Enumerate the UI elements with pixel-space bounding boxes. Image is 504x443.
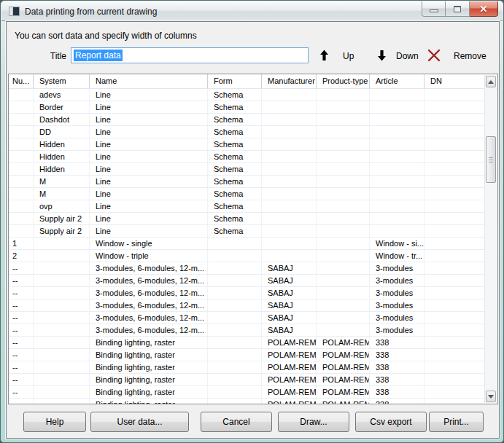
scroll-up-icon: [488, 80, 494, 84]
table-row[interactable]: --Binding lighting, rasterPOLAM-REMPOLAM…: [9, 374, 485, 386]
cell-number: --: [9, 287, 34, 299]
column-header-name[interactable]: Name: [90, 74, 208, 88]
cell-form: Schema: [208, 89, 262, 101]
scroll-up-button[interactable]: [486, 76, 496, 87]
table-row[interactable]: HiddenLineSchema: [9, 151, 485, 163]
cell-article: [370, 151, 424, 162]
cell-manufacturer: [262, 250, 317, 262]
table-row[interactable]: --3-modules, 6-modules, 12-m...SABAJ3-mo…: [9, 299, 485, 312]
cell-number: [9, 176, 34, 187]
column-header-number[interactable]: Nu...: [9, 74, 34, 88]
cell-form: [208, 324, 262, 336]
cell-product-type: [317, 299, 370, 311]
table-row[interactable]: --3-modules, 6-modules, 12-m...SABAJ3-mo…: [9, 312, 485, 324]
cell-name: 3-modules, 6-modules, 12-m...: [90, 262, 208, 274]
draw-button[interactable]: Draw...: [278, 412, 349, 432]
column-header-article[interactable]: Article: [370, 74, 424, 88]
close-button[interactable]: ✕: [470, 1, 498, 17]
cell-number: --: [9, 312, 34, 324]
table-row[interactable]: 1Window - singleWindow - si...: [9, 238, 485, 250]
cell-form: [208, 337, 262, 348]
scrollbar-thumb[interactable]: [486, 136, 496, 183]
cell-system: ovp: [34, 200, 90, 212]
cell-system: [34, 299, 90, 311]
table-row[interactable]: --3-modules, 6-modules, 12-m...SABAJ3-mo…: [9, 275, 485, 287]
column-header-product-type[interactable]: Product-type: [317, 74, 370, 88]
table-row[interactable]: 2Window - tripleWindow - tr...: [9, 250, 485, 262]
cell-form: Schema: [208, 151, 262, 162]
scroll-down-button[interactable]: [486, 391, 496, 402]
cell-product-type: POLAM-REM: [317, 361, 370, 373]
cell-manufacturer: [262, 101, 317, 113]
cell-article: [370, 163, 424, 175]
table-row[interactable]: MLineSchema: [9, 176, 485, 188]
column-header-manufacturer[interactable]: Manufacturer: [262, 74, 317, 88]
up-arrow-icon[interactable]: [319, 50, 329, 64]
cell-dn: [424, 151, 485, 162]
table-row[interactable]: adevsLineSchema: [9, 89, 485, 101]
table-row[interactable]: Supply air 2LineSchema: [9, 225, 485, 238]
title-input[interactable]: Report data: [71, 47, 309, 63]
cell-name: Binding lighting, raster: [90, 374, 208, 385]
down-arrow-icon[interactable]: [377, 50, 387, 64]
table-row[interactable]: HiddenLineSchema: [9, 138, 485, 151]
table-row[interactable]: --Binding lighting, rasterPOLAM-REMPOLAM…: [9, 361, 485, 374]
vertical-scrollbar[interactable]: [484, 75, 497, 403]
cell-manufacturer: [262, 188, 317, 200]
cell-article: 338: [370, 337, 424, 348]
minimize-button[interactable]: [422, 1, 446, 17]
cell-form: [208, 250, 262, 262]
table-row[interactable]: --Binding lighting, rasterPOLAM-REMPOLAM…: [9, 399, 485, 404]
maximize-button[interactable]: [446, 1, 470, 17]
up-label[interactable]: Up: [343, 51, 354, 61]
cell-form: [208, 275, 262, 286]
table-row[interactable]: DashdotLineSchema: [9, 114, 485, 126]
cell-number: 1: [9, 238, 34, 249]
cell-manufacturer: SABAJ: [262, 324, 317, 336]
cell-dn: [424, 163, 485, 175]
print-button[interactable]: Print...: [429, 412, 484, 432]
table-row[interactable]: Supply air 2LineSchema: [9, 213, 485, 225]
cell-article: 338: [370, 386, 424, 398]
table-row[interactable]: --Binding lighting, rasterPOLAM-REMPOLAM…: [9, 349, 485, 361]
cell-name: Line: [90, 213, 208, 224]
cell-number: [9, 200, 34, 212]
csv-export-button[interactable]: Csv export: [355, 412, 427, 432]
cell-number: [9, 89, 34, 101]
cancel-button[interactable]: Cancel: [201, 412, 272, 432]
column-header-dn[interactable]: DN: [424, 74, 485, 88]
cell-manufacturer: POLAM-REM: [262, 337, 317, 348]
table-row[interactable]: ovpLineSchema: [9, 200, 485, 213]
cell-article: [370, 225, 424, 237]
table-row[interactable]: --Binding lighting, rasterPOLAM-REMPOLAM…: [9, 386, 485, 399]
down-label[interactable]: Down: [396, 51, 419, 61]
cell-system: Dashdot: [34, 114, 90, 125]
cell-number: [9, 151, 34, 162]
column-header-system[interactable]: System: [34, 74, 90, 88]
table-row[interactable]: --3-modules, 6-modules, 12-m...SABAJ3-mo…: [9, 262, 485, 275]
remove-x-icon[interactable]: [427, 49, 441, 65]
cell-product-type: POLAM-REM: [317, 386, 370, 398]
cell-form: Schema: [208, 188, 262, 200]
cell-form: [208, 287, 262, 299]
cell-product-type: [317, 225, 370, 237]
cell-article: [370, 101, 424, 113]
cell-dn: [424, 101, 485, 113]
user-data-button[interactable]: User data...: [90, 412, 189, 432]
cell-form: [208, 399, 262, 404]
remove-label[interactable]: Remove: [454, 51, 486, 61]
table-row[interactable]: MLineSchema: [9, 188, 485, 200]
cell-manufacturer: [262, 151, 317, 162]
table-row[interactable]: --3-modules, 6-modules, 12-m...SABAJ3-mo…: [9, 324, 485, 337]
help-button[interactable]: Help: [23, 412, 86, 432]
cell-product-type: [317, 324, 370, 336]
cell-system: [34, 262, 90, 274]
table-row[interactable]: HiddenLineSchema: [9, 163, 485, 176]
table-row[interactable]: BorderLineSchema: [9, 101, 485, 114]
table-row[interactable]: DDLineSchema: [9, 126, 485, 138]
cell-name: Line: [90, 114, 208, 125]
table-body: adevsLineSchemaBorderLineSchemaDashdotLi…: [9, 89, 497, 404]
table-row[interactable]: --Binding lighting, rasterPOLAM-REMPOLAM…: [9, 337, 485, 349]
column-header-form[interactable]: Form: [208, 74, 262, 88]
table-row[interactable]: --3-modules, 6-modules, 12-m...SABAJ3-mo…: [9, 287, 485, 299]
